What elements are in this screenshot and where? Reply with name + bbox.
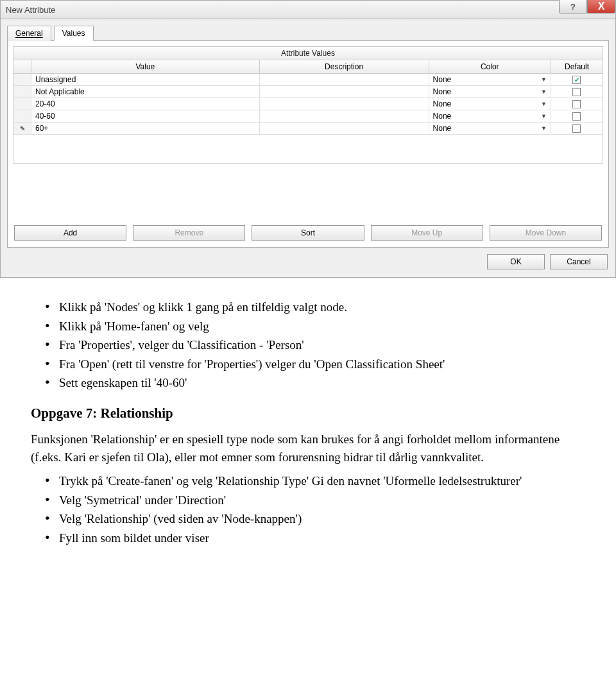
list-item: Fyll inn som bildet under viser [45,529,585,547]
col-description-header[interactable]: Description [260,60,429,74]
table-row[interactable]: 40-60 None ▼ [13,110,603,123]
document-text: Klikk på 'Nodes' og klikk 1 gang på en t… [0,278,616,567]
column-headers: Value Description Color Default [13,60,603,74]
cell-description[interactable] [260,86,429,98]
cell-default[interactable]: ✔ [551,74,603,85]
cell-description[interactable] [260,98,429,110]
help-icon: ? [570,2,576,12]
cell-default[interactable] [551,98,603,110]
ok-button[interactable]: OK [487,254,545,269]
cell-description[interactable] [260,110,429,122]
cell-value[interactable]: 40-60 [31,110,260,122]
list-item: Velg 'Symetrical' under 'Direction' [45,491,585,509]
list-item: Fra 'Open' (rett til venstre for 'Proper… [45,355,585,373]
tab-general[interactable]: General [7,26,51,41]
close-button[interactable]: X [587,0,615,13]
doc-heading: Oppgave 7: Relationship [31,404,585,423]
cell-value[interactable]: 20-40 [31,98,260,110]
remove-button[interactable]: Remove [133,225,245,241]
col-value-header[interactable]: Value [31,60,260,74]
table-row[interactable]: Not Applicable None ▼ [13,86,603,98]
section-header: Attribute Values [13,46,603,60]
grid-body: Unassigned None ▼ ✔ Not Applicable None … [13,74,603,164]
row-gutter [13,110,31,122]
list-item: Klikk på 'Home-fanen' og velg [45,318,585,336]
cell-value[interactable]: Not Applicable [31,86,260,98]
row-gutter [13,86,31,98]
row-gutter [13,98,31,110]
cell-value[interactable]: Unassigned [31,74,260,85]
cell-value[interactable]: 60+ [31,123,260,134]
checkbox[interactable] [572,100,581,108]
chevron-down-icon: ▼ [541,101,547,107]
cell-default[interactable] [551,86,603,98]
chevron-down-icon: ▼ [541,89,547,95]
tab-panel-values: Attribute Values Value Description Color… [7,40,609,248]
list-item: Velg 'Relationship' (ved siden av 'Node-… [45,510,585,528]
list-item: Fra 'Properties', velger du 'Classificat… [45,336,585,354]
cell-color-dropdown[interactable]: None ▼ [429,98,551,110]
tab-values[interactable]: Values [54,26,94,41]
chevron-down-icon: ▼ [541,113,547,119]
col-gutter-header [13,60,31,74]
help-button[interactable]: ? [559,0,587,13]
chevron-down-icon: ▼ [541,76,547,83]
row-gutter: ✎ [13,123,31,134]
checkbox[interactable] [572,112,581,121]
checkbox-checked[interactable]: ✔ [572,76,581,84]
cancel-button[interactable]: Cancel [550,254,608,269]
add-button[interactable]: Add [14,225,126,241]
titlebar: New Attribute ? X [0,0,616,19]
bullet-list-bottom: Trykk på 'Create-fanen' og velg 'Relatio… [45,472,585,547]
checkbox[interactable] [572,88,581,96]
sort-button[interactable]: Sort [252,225,364,241]
col-color-header[interactable]: Color [429,60,551,74]
color-value: None [433,75,452,84]
cell-color-dropdown[interactable]: None ▼ [429,86,551,98]
color-value: None [433,112,452,121]
cell-color-dropdown[interactable]: None ▼ [429,123,551,134]
color-value: None [433,99,452,108]
cell-default[interactable] [551,123,603,134]
list-item: Sett egenskapen til '40-60' [45,374,585,392]
cell-color-dropdown[interactable]: None ▼ [429,110,551,122]
cell-color-dropdown[interactable]: None ▼ [429,74,551,85]
grid-button-row: Add Remove Sort Move Up Move Down [13,221,603,242]
dialog-footer: OK Cancel [7,248,609,271]
cell-description[interactable] [260,74,429,85]
doc-paragraph: Funksjonen 'Relationship' er en spesiell… [31,430,585,466]
cell-description[interactable] [260,123,429,134]
color-value: None [433,87,452,96]
checkbox[interactable] [572,124,581,133]
tabstrip: General Values [7,26,609,41]
color-value: None [433,124,452,133]
window-title: New Attribute [6,5,55,15]
col-default-header[interactable]: Default [551,60,603,74]
chevron-down-icon: ▼ [541,125,547,132]
table-row[interactable]: Unassigned None ▼ ✔ [13,74,603,86]
titlebar-controls: ? X [559,0,615,13]
list-item: Trykk på 'Create-fanen' og velg 'Relatio… [45,472,585,490]
bullet-list-top: Klikk på 'Nodes' og klikk 1 gang på en t… [45,298,585,392]
list-item: Klikk på 'Nodes' og klikk 1 gang på en t… [45,298,585,316]
close-icon: X [598,1,605,12]
table-row[interactable]: 20-40 None ▼ [13,98,603,110]
dialog-body: General Values Attribute Values Value De… [0,19,616,278]
cell-default[interactable] [551,110,603,122]
move-up-button[interactable]: Move Up [371,225,483,241]
row-gutter [13,74,31,85]
move-down-button[interactable]: Move Down [490,225,602,241]
table-row[interactable]: ✎ 60+ None ▼ [13,123,603,135]
